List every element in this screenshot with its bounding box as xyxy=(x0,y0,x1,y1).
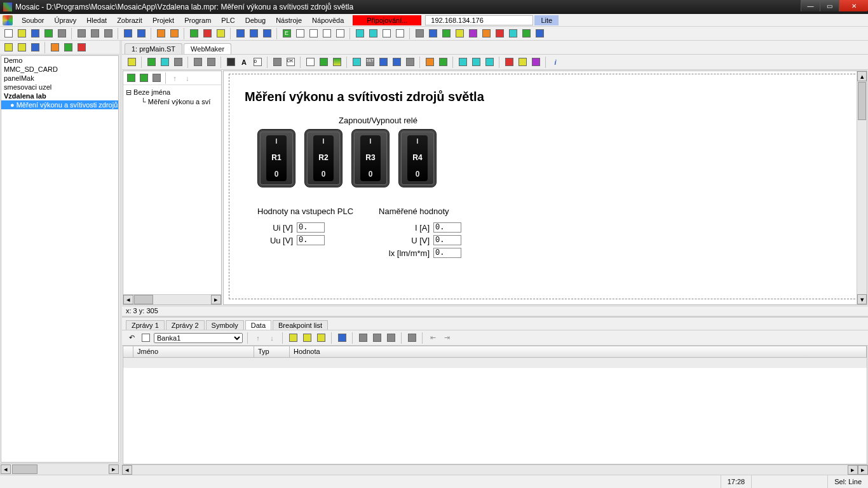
scroll-right-icon[interactable]: ▸ xyxy=(848,465,858,475)
page-tree-body[interactable]: ⊟ Beze jména └ Měření výkonu a sví xyxy=(123,85,221,294)
tb-extra5-icon[interactable] xyxy=(467,28,478,39)
scroll-right-icon[interactable]: ▸ xyxy=(211,295,221,304)
tb-extra2-icon[interactable] xyxy=(427,28,438,39)
wm-text-icon[interactable]: A xyxy=(238,57,250,68)
tree-item[interactable]: MMC_SD_CARD xyxy=(1,65,118,74)
tb-scope-icon[interactable] xyxy=(367,28,379,39)
scroll-thumb[interactable] xyxy=(134,295,153,304)
tb-paste-icon[interactable] xyxy=(102,28,114,39)
menu-upravy[interactable]: Úpravy xyxy=(49,15,81,25)
bp-up-icon[interactable]: ↑ xyxy=(252,332,264,344)
col-jmeno[interactable]: Jméno xyxy=(133,346,254,357)
bank-select[interactable]: Banka1 xyxy=(154,333,243,343)
tab-webmaker[interactable]: WebMaker xyxy=(184,43,231,54)
menu-program[interactable]: Program xyxy=(179,15,216,25)
wm-cursor-icon[interactable] xyxy=(126,57,137,68)
menu-soubor[interactable]: Soubor xyxy=(17,15,49,25)
bp-cart3-icon[interactable] xyxy=(315,332,327,344)
wm-grad-icon[interactable] xyxy=(331,57,342,68)
tb-panel1-icon[interactable] xyxy=(294,28,306,39)
tb-panel3-icon[interactable] xyxy=(321,28,332,39)
tb-copy-icon[interactable] xyxy=(89,28,100,39)
bp-cart2-icon[interactable] xyxy=(301,332,313,344)
lt-zap-icon[interactable] xyxy=(76,42,87,53)
input-i[interactable] xyxy=(433,222,461,233)
scroll-left-icon[interactable]: ◂ xyxy=(122,465,132,475)
wm-bar2-icon[interactable] xyxy=(391,57,402,68)
wm-save-icon[interactable] xyxy=(172,57,184,68)
tree-item[interactable]: panelMak xyxy=(1,74,118,83)
pt-down-icon[interactable]: ↓ xyxy=(182,72,193,84)
wm-home-icon[interactable] xyxy=(424,57,435,68)
tb-extra10-icon[interactable] xyxy=(534,28,545,39)
page-tree-hscroll[interactable]: ◂ ▸ xyxy=(123,294,221,304)
tb-extra4-icon[interactable] xyxy=(454,28,465,39)
relay-switch-1[interactable]: IR10 xyxy=(257,129,295,187)
col-hodnota[interactable]: Hodnota xyxy=(290,346,867,357)
wm-undo-icon[interactable] xyxy=(192,57,203,68)
wm-btn-icon[interactable] xyxy=(271,57,283,68)
bp-xml-icon[interactable] xyxy=(336,332,348,344)
tb-redo-icon[interactable] xyxy=(135,28,147,39)
wm-flag-icon[interactable] xyxy=(503,57,515,68)
wm-zoom-icon[interactable] xyxy=(159,57,170,68)
tb-save-icon[interactable] xyxy=(29,28,41,39)
tb-pause-icon[interactable] xyxy=(215,28,226,39)
bp-tab-data[interactable]: Data xyxy=(245,320,271,330)
menu-plc[interactable]: PLC xyxy=(216,15,240,25)
tb-undo-icon[interactable] xyxy=(122,28,133,39)
page-tree-child[interactable]: └ Měření výkonu a sví xyxy=(126,97,219,106)
wm-rect-icon[interactable] xyxy=(304,57,316,68)
lt-open-icon[interactable] xyxy=(16,42,27,53)
bp-mus2-icon[interactable] xyxy=(385,332,397,344)
wm-gear-icon[interactable] xyxy=(530,57,541,68)
minimize-button[interactable]: — xyxy=(801,0,820,11)
input-ui[interactable] xyxy=(297,222,325,233)
tb-extra1-icon[interactable] xyxy=(414,28,425,39)
tree-item[interactable]: smesovaci uzel xyxy=(1,83,118,92)
input-u[interactable] xyxy=(433,235,461,245)
menu-nastroje[interactable]: Nástroje xyxy=(271,15,307,25)
page-tree-root[interactable]: ⊟ Beze jména xyxy=(126,88,219,97)
wm-link-icon[interactable] xyxy=(437,57,449,68)
scroll-left-icon[interactable]: ◂ xyxy=(123,295,133,304)
input-uu[interactable] xyxy=(297,235,325,245)
project-tree[interactable]: Demo MMC_SD_CARD panelMak smesovaci uzel… xyxy=(1,55,119,463)
maximize-button[interactable]: ▭ xyxy=(820,0,839,11)
tb-new-icon[interactable] xyxy=(3,28,14,39)
menu-napoveda[interactable]: Nápověda xyxy=(307,15,349,25)
tb-panel2-icon[interactable] xyxy=(308,28,319,39)
data-table[interactable]: Jméno Typ Hodnota xyxy=(123,346,867,464)
canvas-vscroll[interactable]: ▴ ▾ xyxy=(857,71,867,304)
tb-e-icon[interactable]: E xyxy=(281,28,292,39)
lt-folder-icon[interactable] xyxy=(49,42,60,53)
tb-extra8-icon[interactable] xyxy=(507,28,519,39)
tb-stepout-icon[interactable] xyxy=(261,28,273,39)
left-hscroll[interactable]: ◂ ▸ xyxy=(0,463,119,475)
bp-tab-breakpoint[interactable]: Breakpoint list xyxy=(273,320,328,330)
wm-copy-icon[interactable] xyxy=(457,57,468,68)
bp-cart1-icon[interactable] xyxy=(287,332,299,344)
wm-new-icon[interactable] xyxy=(146,57,157,68)
tree-item-active-project[interactable]: Vzdalena lab xyxy=(1,92,118,100)
bp-undo-icon[interactable]: ↶ xyxy=(126,332,137,344)
canvas-hscroll[interactable]: ◂ ▸ xyxy=(122,464,858,475)
wm-bar-icon[interactable] xyxy=(377,57,389,68)
tb-open-icon[interactable] xyxy=(16,28,27,39)
tb-plug-icon[interactable] xyxy=(43,28,54,39)
wm-fill-icon[interactable] xyxy=(318,57,329,68)
scroll-right-icon[interactable]: ▸ xyxy=(109,464,119,474)
lt-save-icon[interactable] xyxy=(29,42,41,53)
tb-extra9-icon[interactable] xyxy=(520,28,532,39)
tb-step-icon[interactable] xyxy=(234,28,246,39)
wm-ok-icon[interactable]: OK xyxy=(285,57,296,68)
scroll-down-icon[interactable]: ▾ xyxy=(857,294,867,304)
tb-extra7-icon[interactable] xyxy=(494,28,505,39)
tb-extra6-icon[interactable] xyxy=(480,28,492,39)
pt-add2-icon[interactable] xyxy=(138,72,149,84)
tb-table-icon[interactable] xyxy=(381,28,392,39)
pt-add-icon[interactable] xyxy=(125,72,137,84)
tb-cut-icon[interactable] xyxy=(76,28,87,39)
tb-stop-icon[interactable] xyxy=(201,28,213,39)
bp-grid-icon[interactable] xyxy=(406,332,417,344)
